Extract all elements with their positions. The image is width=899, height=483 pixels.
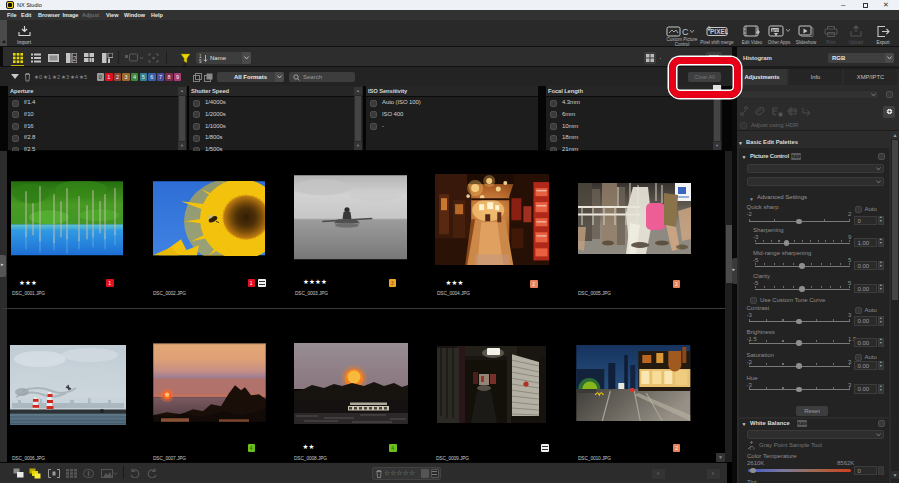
svg-text:9: 9 <box>199 59 202 63</box>
svg-text:2: 2 <box>73 55 77 62</box>
svg-text:PIXEL: PIXEL <box>710 28 728 35</box>
svg-text:C: C <box>682 27 689 37</box>
svg-text:APP: APP <box>772 29 780 33</box>
